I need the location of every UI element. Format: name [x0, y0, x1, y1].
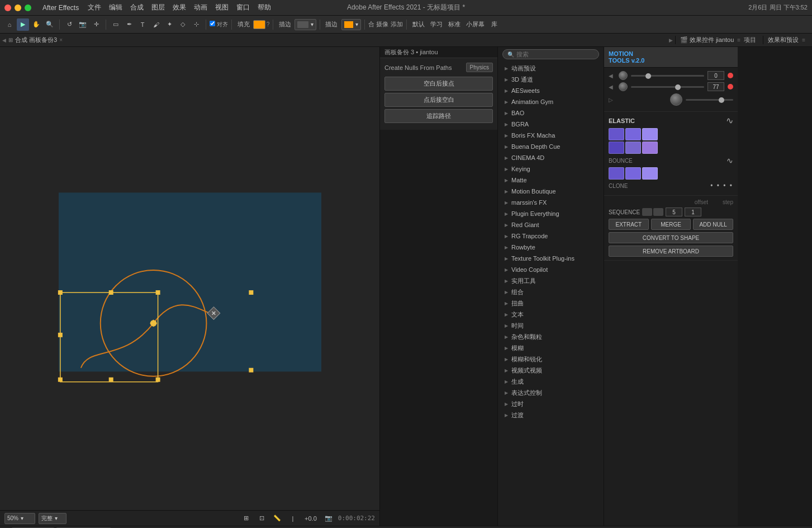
effects-item-20[interactable]: 组合 [498, 286, 604, 298]
effects-item-12[interactable]: marssin's FX [498, 197, 604, 208]
menu-effects[interactable]: 效果 [169, 2, 189, 13]
mt-knob-2[interactable] [619, 82, 628, 91]
mt-arrow-left-1[interactable]: ◀ [609, 73, 615, 79]
guides-btn[interactable]: | [287, 512, 299, 525]
maximize-button[interactable] [25, 4, 31, 11]
mode-dropdown[interactable]: ▾ [341, 19, 361, 30]
menu-animation[interactable]: 动画 [191, 2, 211, 13]
convert-shape-btn[interactable]: CONVERT TO SHAPE [609, 232, 733, 243]
quality-dropdown[interactable]: 完整 ▾ [39, 513, 67, 524]
merge-btn[interactable]: MERGE [651, 219, 691, 230]
rect-tool[interactable]: ▭ [110, 18, 122, 31]
color-cell-1[interactable] [609, 128, 624, 140]
pen-tool[interactable]: ✒ [123, 18, 135, 31]
color-cell-9[interactable] [642, 167, 658, 180]
mt-record-1[interactable] [728, 73, 733, 78]
effects-item-11[interactable]: Motion Boutique [498, 186, 604, 197]
effects-item-31[interactable]: 过渡 [498, 409, 604, 421]
puppet-tool[interactable]: ⊹ [190, 18, 202, 31]
effects-item-19[interactable]: 实用工具 [498, 275, 604, 286]
effects-search-bar[interactable]: 🔍 [502, 49, 599, 59]
zoom-dropdown[interactable]: 50% ▾ [4, 513, 35, 524]
menu-file[interactable]: 文件 [84, 2, 105, 13]
effects-item-7[interactable]: Buena Depth Cue [498, 141, 604, 152]
fx-project-tab[interactable]: 项目 [744, 36, 756, 44]
add-null-btn[interactable]: ADD NULL [693, 219, 733, 230]
effects-menu-icon[interactable]: ≡ [802, 37, 805, 43]
mt-arrow-left-3[interactable]: ▷ [609, 97, 615, 103]
point-after-null-btn[interactable]: 点后接空白 [384, 93, 493, 107]
effects-item-8[interactable]: CINEMA 4D [498, 152, 604, 163]
effects-item-30[interactable]: 过时 [498, 398, 604, 409]
effects-item-28[interactable]: 生成 [498, 376, 604, 387]
time-offset-btn[interactable]: +0.0 [302, 512, 319, 525]
zoom-tool[interactable]: 🔍 [44, 18, 56, 31]
fill-btn[interactable]: 填充 [235, 18, 252, 31]
effects-search-input[interactable] [516, 51, 594, 58]
menu-view[interactable]: 视图 [212, 2, 232, 13]
mt-record-2[interactable] [728, 84, 733, 89]
workspace-small[interactable]: 小屏幕 [464, 18, 487, 31]
menu-window[interactable]: 窗口 [233, 2, 253, 13]
effects-item-2[interactable]: AESweets [498, 85, 604, 96]
effects-item-27[interactable]: 视频式视频 [498, 365, 604, 376]
brush-tool[interactable]: 🖌 [150, 18, 162, 31]
seq-icon-1[interactable] [642, 208, 652, 216]
color-cell-6[interactable] [642, 142, 658, 154]
effects-item-9[interactable]: Keying [498, 163, 604, 175]
effects-item-17[interactable]: Texture Toolkit Plug-ins [498, 253, 604, 264]
effects-item-24[interactable]: 杂色和颗粒 [498, 331, 604, 342]
effects-item-1[interactable]: 3D 通道 [498, 74, 604, 85]
workspace-library[interactable]: 库 [488, 18, 500, 31]
effects-item-29[interactable]: 表达式控制 [498, 387, 604, 398]
text-tool[interactable]: T [136, 18, 149, 31]
null-after-point-btn[interactable]: 空白后接点 [384, 77, 493, 91]
anchor-tool[interactable]: ✛ [90, 18, 102, 31]
color-cell-3[interactable] [642, 128, 658, 140]
physics-button[interactable]: Physics [466, 63, 493, 72]
select-tool[interactable]: ▶ [17, 18, 29, 31]
color-cell-4[interactable] [609, 142, 624, 154]
panel-arrow-left[interactable]: ◀ [2, 37, 6, 43]
effects-item-22[interactable]: 文本 [498, 309, 604, 320]
effects-item-26[interactable]: 模糊和锐化 [498, 353, 604, 365]
close-button[interactable] [4, 4, 11, 11]
workspace-standard[interactable]: 标准 [446, 18, 463, 31]
home-tool[interactable]: ⌂ [3, 18, 16, 31]
safe-zones-btn[interactable]: ⊡ [255, 512, 268, 525]
camera-snapshot-btn[interactable]: 📷 [322, 512, 335, 525]
rulers-btn[interactable]: 📏 [271, 512, 283, 525]
effects-item-6[interactable]: Boris FX Macha [498, 130, 604, 141]
menu-edit[interactable]: 编辑 [106, 2, 126, 13]
hand-tool[interactable]: ✋ [30, 18, 42, 31]
seq-val-1[interactable]: 5 [666, 208, 682, 216]
effects-item-21[interactable]: 扭曲 [498, 298, 604, 309]
grid-btn[interactable]: ⊞ [240, 512, 252, 525]
panel-arrow-right[interactable]: ▶ [669, 37, 673, 43]
camera-tool[interactable]: 📷 [77, 18, 89, 31]
canvas-area[interactable] [0, 47, 379, 510]
stroke-dropdown[interactable]: ▾ [295, 19, 316, 30]
eraser-tool[interactable]: ◇ [177, 18, 189, 31]
workspace-default[interactable]: 默认 [410, 18, 427, 31]
effects-item-10[interactable]: Matte [498, 175, 604, 186]
effects-item-3[interactable]: Animation Gym [498, 96, 604, 107]
mt-arrow-left-2[interactable]: ◀ [609, 84, 615, 90]
seq-icon-2[interactable] [653, 208, 663, 216]
fx-menu-icon[interactable]: ≡ [737, 37, 740, 43]
effects-item-18[interactable]: Video Copilot [498, 264, 604, 275]
seq-val-2[interactable]: 1 [685, 208, 701, 216]
effects-item-15[interactable]: RG Trapcode [498, 230, 604, 242]
effects-item-0[interactable]: 动画预设 [498, 63, 604, 74]
workspace-learn[interactable]: 学习 [428, 18, 445, 31]
mt-knob-1[interactable] [619, 71, 628, 80]
effects-item-13[interactable]: Plugin Everything [498, 208, 604, 219]
mt-knob-3[interactable] [670, 93, 682, 106]
color-cell-2[interactable] [625, 128, 641, 140]
clone-tool[interactable]: ✦ [163, 18, 175, 31]
rotate-tool[interactable]: ↺ [63, 18, 75, 31]
effects-item-4[interactable]: BAO [498, 107, 604, 119]
mt-slider-3[interactable] [686, 99, 734, 101]
color-cell-8[interactable] [625, 167, 641, 180]
effects-item-23[interactable]: 时间 [498, 320, 604, 331]
